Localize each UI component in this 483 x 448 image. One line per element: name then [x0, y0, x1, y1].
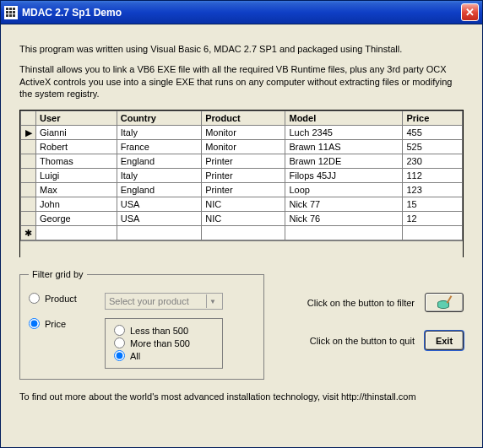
- product-select-text: Select your product: [109, 296, 189, 306]
- cell[interactable]: Luch 2345: [285, 126, 403, 140]
- filter-hint: Click on the button to filter: [307, 298, 415, 308]
- cell[interactable]: USA: [117, 212, 201, 226]
- cell[interactable]: [36, 226, 117, 240]
- cell[interactable]: Robert: [36, 140, 117, 154]
- radio-product[interactable]: Product: [29, 293, 96, 304]
- cell[interactable]: 230: [403, 154, 463, 169]
- cell[interactable]: 112: [403, 169, 463, 183]
- radio-product-label: Product: [45, 294, 77, 304]
- row-selector-header: [21, 111, 36, 126]
- intro-text-2: Thinstall allows you to link a VB6 EXE f…: [19, 63, 464, 100]
- cell[interactable]: 12: [403, 212, 463, 226]
- cell[interactable]: John: [36, 197, 117, 212]
- cell[interactable]: Nick 77: [285, 197, 403, 212]
- col-user[interactable]: User: [36, 111, 117, 126]
- filter-legend: Filter grid by: [29, 269, 87, 279]
- titlebar: MDAC 2.7 Sp1 Demo ✕: [1, 1, 482, 24]
- table-row[interactable]: GeorgeUSANICNick 7612: [21, 212, 463, 226]
- table-row[interactable]: MaxEnglandPrinterLoop123: [21, 183, 463, 197]
- col-price[interactable]: Price: [403, 111, 463, 126]
- cell[interactable]: Filops 45JJ: [285, 169, 403, 183]
- filter-icon: [437, 297, 451, 309]
- cell[interactable]: NIC: [202, 212, 285, 226]
- close-icon[interactable]: ✕: [461, 3, 479, 21]
- row-marker[interactable]: [21, 212, 36, 226]
- cell[interactable]: 15: [403, 197, 463, 212]
- cell[interactable]: England: [117, 183, 201, 197]
- cell[interactable]: Loop: [285, 183, 403, 197]
- col-model[interactable]: Model: [285, 111, 403, 126]
- product-select: Select your product ▼: [105, 293, 223, 310]
- row-marker[interactable]: [21, 197, 36, 212]
- cell[interactable]: Max: [36, 183, 117, 197]
- cell[interactable]: Printer: [202, 183, 285, 197]
- intro-text-1: This program was written using Visual Ba…: [19, 43, 464, 55]
- cell[interactable]: USA: [117, 197, 201, 212]
- data-grid[interactable]: User Country Product Model Price ▶Gianni…: [19, 110, 464, 257]
- app-icon: [4, 6, 18, 19]
- cell[interactable]: 525: [403, 140, 463, 154]
- col-country[interactable]: Country: [117, 111, 201, 126]
- exit-button[interactable]: Exit: [425, 331, 464, 350]
- cell[interactable]: Italy: [117, 126, 201, 140]
- cell[interactable]: England: [117, 154, 201, 169]
- row-marker[interactable]: [21, 183, 36, 197]
- cell[interactable]: Monitor: [202, 126, 285, 140]
- cell[interactable]: Printer: [202, 154, 285, 169]
- row-marker[interactable]: ✱: [21, 226, 36, 240]
- filter-button[interactable]: [425, 293, 464, 312]
- table-row[interactable]: LuigiItalyPrinterFilops 45JJ112: [21, 169, 463, 183]
- radio-product-input[interactable]: [29, 293, 40, 304]
- window-title: MDAC 2.7 Sp1 Demo: [22, 7, 461, 19]
- cell[interactable]: Printer: [202, 169, 285, 183]
- table-row[interactable]: JohnUSANICNick 7715: [21, 197, 463, 212]
- radio-more-than[interactable]: More than 500: [114, 337, 214, 348]
- radio-price-label: Price: [45, 319, 66, 329]
- cell[interactable]: Brawn 11AS: [285, 140, 403, 154]
- table-row[interactable]: ✱: [21, 226, 463, 240]
- cell[interactable]: [403, 226, 463, 240]
- cell[interactable]: NIC: [202, 197, 285, 212]
- cell[interactable]: Brawn 12DE: [285, 154, 403, 169]
- cell[interactable]: 123: [403, 183, 463, 197]
- col-product[interactable]: Product: [202, 111, 285, 126]
- radio-price-input[interactable]: [29, 318, 40, 329]
- cell[interactable]: Monitor: [202, 140, 285, 154]
- cell[interactable]: Gianni: [36, 126, 117, 140]
- row-marker[interactable]: [21, 154, 36, 169]
- radio-price[interactable]: Price: [29, 318, 96, 329]
- filter-groupbox: Filter grid by Product Select your produ…: [19, 269, 264, 380]
- cell[interactable]: [117, 226, 201, 240]
- price-options-group: Less than 500 More than 500 All: [105, 318, 223, 369]
- cell[interactable]: [202, 226, 285, 240]
- cell[interactable]: Nick 76: [285, 212, 403, 226]
- cell[interactable]: 455: [403, 126, 463, 140]
- cell[interactable]: France: [117, 140, 201, 154]
- cell[interactable]: [285, 226, 403, 240]
- chevron-down-icon: ▼: [206, 294, 219, 308]
- radio-less-than[interactable]: Less than 500: [114, 325, 214, 336]
- row-marker[interactable]: ▶: [21, 126, 36, 140]
- table-row[interactable]: RobertFranceMonitorBrawn 11AS525: [21, 140, 463, 154]
- footer-text: To find out more about the world's most …: [19, 391, 464, 402]
- row-marker[interactable]: [21, 140, 36, 154]
- cell[interactable]: Thomas: [36, 154, 117, 169]
- row-marker[interactable]: [21, 169, 36, 183]
- cell[interactable]: Italy: [117, 169, 201, 183]
- cell[interactable]: Luigi: [36, 169, 117, 183]
- radio-all[interactable]: All: [114, 350, 214, 361]
- cell[interactable]: George: [36, 212, 117, 226]
- table-row[interactable]: ThomasEnglandPrinterBrawn 12DE230: [21, 154, 463, 169]
- quit-hint: Click on the button to quit: [310, 336, 415, 346]
- table-row[interactable]: ▶GianniItalyMonitorLuch 2345455: [21, 126, 463, 140]
